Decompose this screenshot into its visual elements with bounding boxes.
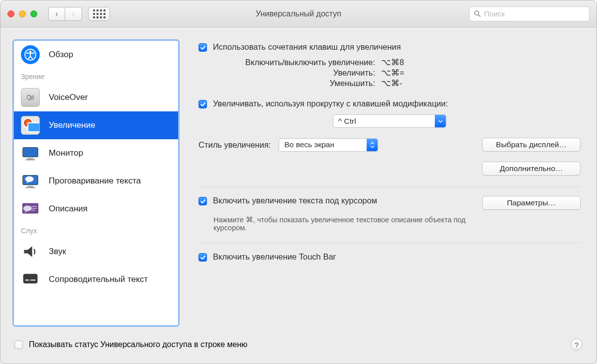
zoom-style-value: Во весь экран	[279, 140, 367, 149]
sidebar-item-voiceover[interactable]: VoiceOver	[14, 84, 178, 111]
speaker-icon	[21, 242, 40, 261]
scroll-modifier-label: Увеличивать, используя прокрутку с клави…	[213, 99, 448, 108]
minimize-button[interactable]	[19, 10, 26, 17]
nav-buttons: ‹ ›	[48, 7, 82, 21]
shortcuts-list: Включить/выключить увеличение:⌥⌘8 Увелич…	[213, 57, 581, 89]
modifier-value: ^ Ctrl	[333, 117, 435, 126]
use-shortcuts-label: Использовать сочетания клавиш для увелич…	[213, 42, 401, 52]
close-button[interactable]	[7, 10, 14, 17]
svg-rect-16	[31, 206, 37, 207]
svg-line-1	[479, 15, 481, 17]
svg-rect-19	[23, 274, 38, 283]
svg-rect-18	[31, 210, 35, 211]
toggle-shortcut: ⌥⌘8	[379, 58, 404, 67]
divider	[199, 186, 581, 187]
sidebar: Обзор Зрение VoiceOver Увеличение	[12, 39, 180, 327]
advanced-button[interactable]: Дополнительно…	[482, 162, 581, 176]
svg-rect-17	[31, 208, 37, 209]
sidebar-category-vision: Зрение	[14, 69, 178, 84]
grid-icon	[93, 9, 105, 18]
voiceover-icon	[21, 88, 40, 107]
main-panel: Использовать сочетания клавиш для увелич…	[191, 39, 585, 327]
search-field[interactable]	[469, 6, 590, 21]
touchbar-checkbox[interactable]	[199, 253, 207, 262]
sidebar-item-captions[interactable]: Сопроводительный текст	[14, 266, 178, 293]
zoomout-shortcut: ⌥⌘-	[379, 79, 402, 88]
display-icon	[21, 144, 40, 163]
sidebar-item-descriptions[interactable]: Описания	[14, 195, 178, 223]
forward-button[interactable]: ›	[65, 7, 82, 21]
zoomin-shortcut: ⌥⌘=	[379, 68, 404, 78]
divider	[199, 243, 581, 243]
speech-icon	[21, 172, 40, 190]
sidebar-item-zoom[interactable]: Увеличение	[14, 111, 178, 139]
svg-rect-8	[27, 158, 33, 160]
sidebar-item-overview[interactable]: Обзор	[14, 41, 178, 69]
question-icon: ?	[575, 341, 579, 349]
svg-rect-9	[26, 159, 35, 160]
sidebar-item-display[interactable]: Монитор	[14, 139, 178, 167]
show-all-button[interactable]	[88, 7, 110, 21]
svg-point-6	[27, 94, 28, 95]
sidebar-label: Проговаривание текста	[49, 176, 141, 186]
zoom-style-select[interactable]: Во весь экран	[279, 138, 378, 152]
search-icon	[474, 10, 481, 17]
scroll-modifier-checkbox[interactable]	[199, 100, 207, 108]
zoomout-label: Уменьшить:	[213, 79, 379, 88]
hover-text-label: Включить увеличение текста под курсором	[213, 196, 482, 205]
menubar-status-checkbox[interactable]	[14, 341, 23, 349]
window-controls	[7, 10, 37, 17]
sidebar-label: VoiceOver	[49, 92, 88, 102]
sidebar-label: Монитор	[49, 148, 83, 158]
toggle-label: Включить/выключить увеличение:	[213, 58, 379, 67]
touchbar-label: Включить увеличение Touch Bar	[213, 252, 336, 262]
svg-rect-12	[27, 186, 33, 187]
svg-rect-7	[23, 148, 38, 157]
back-button[interactable]: ‹	[48, 7, 65, 21]
svg-rect-13	[26, 187, 35, 188]
dropdown-arrow-icon	[435, 115, 446, 127]
window-body: Обзор Зрение VoiceOver Увеличение	[0, 27, 597, 364]
footer: Показывать статус Универсального доступа…	[12, 338, 585, 352]
help-button[interactable]: ?	[571, 339, 583, 351]
modifier-select[interactable]: ^ Ctrl	[333, 114, 446, 128]
options-button[interactable]: Параметры…	[482, 196, 581, 210]
sidebar-item-audio[interactable]: Звук	[14, 238, 178, 266]
sidebar-label: Сопроводительный текст	[49, 274, 148, 284]
svg-point-15	[23, 205, 32, 211]
hover-text-hint: Нажмите ⌘, чтобы показать увеличенное те…	[213, 216, 472, 232]
svg-rect-20	[25, 279, 29, 280]
choose-display-button[interactable]: Выбрать дисплей…	[482, 138, 581, 152]
check-icon	[200, 45, 206, 51]
check-icon	[200, 101, 206, 107]
chevron-left-icon: ‹	[55, 9, 58, 18]
sidebar-item-speech[interactable]: Проговаривание текста	[14, 167, 178, 195]
zoom-button[interactable]	[30, 10, 37, 17]
scroll-modifier-row: Увеличивать, используя прокрутку с клави…	[199, 99, 581, 108]
captions-icon	[21, 270, 40, 289]
svg-point-11	[25, 177, 34, 182]
dropdown-arrows-icon	[367, 139, 378, 151]
chevron-right-icon: ›	[72, 9, 75, 18]
use-shortcuts-row: Использовать сочетания клавиш для увелич…	[199, 42, 581, 52]
touchbar-row: Включить увеличение Touch Bar	[199, 252, 581, 262]
check-icon	[200, 255, 206, 261]
zoom-icon	[21, 116, 40, 135]
preferences-window: ‹ › Универсальный доступ	[0, 0, 597, 364]
sidebar-label: Описания	[49, 204, 88, 214]
check-icon	[200, 198, 206, 204]
zoomin-label: Увеличить:	[213, 68, 379, 78]
sidebar-category-hearing: Слух	[14, 223, 178, 238]
sidebar-label: Увеличение	[49, 120, 96, 130]
descriptions-icon	[21, 199, 40, 218]
svg-rect-21	[30, 279, 35, 280]
accessibility-icon	[21, 45, 40, 64]
hover-text-checkbox[interactable]	[199, 197, 207, 205]
sidebar-label: Обзор	[49, 50, 73, 60]
titlebar: ‹ › Универсальный доступ	[0, 0, 597, 27]
use-shortcuts-checkbox[interactable]	[199, 43, 207, 52]
zoom-style-label: Стиль увеличения:	[199, 140, 271, 150]
menubar-status-label: Показывать статус Универсального доступа…	[29, 340, 247, 349]
sidebar-label: Звук	[49, 247, 66, 257]
search-input[interactable]	[484, 9, 585, 18]
